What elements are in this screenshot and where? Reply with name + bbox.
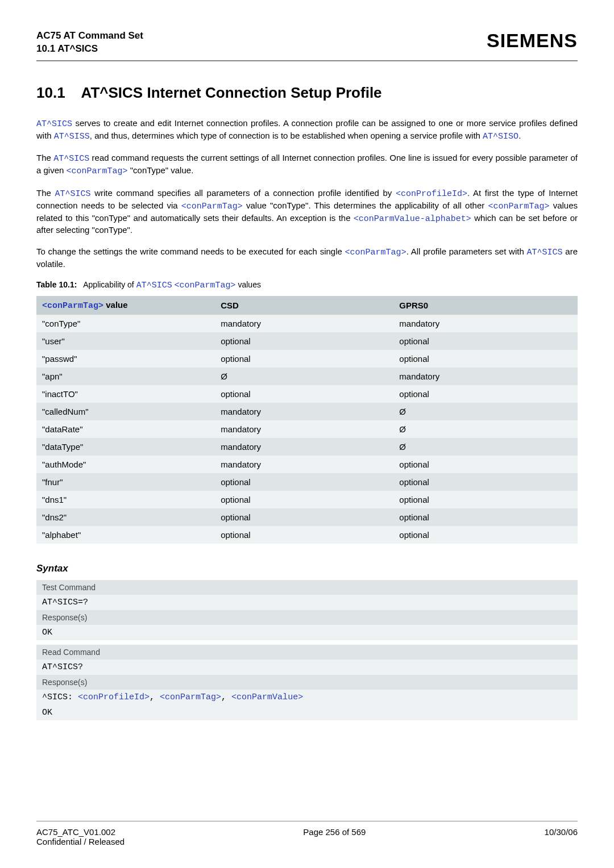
table-caption: Table 10.1: Applicability of AT^SICS <co… — [36, 280, 578, 290]
response-sics: ^SICS: <conProfileId>, <conParmTag>, <co… — [36, 690, 578, 705]
section-number: 10.1 — [36, 84, 65, 102]
col-gprs0: GPRS0 — [393, 296, 578, 315]
table-header-row: <conParmTag> value CSD GPRS0 — [36, 296, 578, 315]
table-row: "conType"mandatorymandatory — [36, 315, 578, 332]
table-row: "user"optionaloptional — [36, 332, 578, 350]
link-atsics[interactable]: AT^SICS — [136, 281, 172, 290]
link-conparmtag[interactable]: <conParmTag> — [42, 301, 103, 311]
link-conparmtag[interactable]: <conParmTag> — [488, 202, 549, 211]
link-conprofileid[interactable]: <conProfileId> — [396, 189, 467, 199]
table-row: "inactTO"optionaloptional — [36, 385, 578, 403]
response-ok: OK — [36, 705, 578, 720]
doc-title: AC75 AT Command Set — [36, 30, 143, 43]
paragraph-3: The AT^SICS write command specifies all … — [36, 187, 578, 236]
section-title: AT^SICS Internet Connection Setup Profil… — [81, 84, 382, 101]
table-caption-label: Table 10.1: — [36, 280, 77, 289]
link-conprofileid[interactable]: <conProfileId> — [78, 692, 150, 702]
doc-subtitle: 10.1 AT^SICS — [36, 43, 143, 56]
header-left: AC75 AT Command Set 10.1 AT^SICS — [36, 30, 143, 56]
table-row: "dataRate"mandatoryØ — [36, 420, 578, 438]
link-atsics[interactable]: AT^SICS — [55, 189, 90, 199]
link-conparmvalue-alphabet[interactable]: <conParmValue-alphabet> — [354, 214, 471, 224]
read-command: AT^SICS? — [36, 660, 578, 675]
test-command: AT^SICS=? — [36, 595, 578, 610]
table-row: "dns2"optionaloptional — [36, 508, 578, 526]
syntax-table: Test Command AT^SICS=? Response(s) OK Re… — [36, 580, 578, 720]
table-row: "passwd"optionaloptional — [36, 350, 578, 368]
link-atsiso[interactable]: AT^SISO — [483, 132, 518, 141]
section-heading: 10.1AT^SICS Internet Connection Setup Pr… — [36, 84, 578, 102]
table-row: "fnur"optionaloptional — [36, 473, 578, 491]
link-conparmvalue[interactable]: <conParmValue> — [231, 692, 303, 702]
table-row: "dataType"mandatoryØ — [36, 438, 578, 456]
test-command-label: Test Command — [36, 580, 578, 595]
paragraph-1: AT^SICS serves to create and edit Intern… — [36, 118, 578, 143]
paragraph-2: The AT^SICS read command requests the cu… — [36, 152, 578, 177]
applicability-table: <conParmTag> value CSD GPRS0 "conType"ma… — [36, 296, 578, 544]
link-conparmtag[interactable]: <conParmTag> — [160, 692, 221, 702]
link-atsics[interactable]: AT^SICS — [36, 119, 72, 129]
link-conparmtag[interactable]: <conParmTag> — [175, 281, 236, 290]
header-rule — [36, 60, 578, 61]
page-footer: AC75_ATC_V01.002 Confidential / Released… — [36, 821, 578, 846]
col-csd: CSD — [215, 296, 393, 315]
response-label: Response(s) — [36, 610, 578, 625]
link-atsics[interactable]: AT^SICS — [527, 248, 563, 257]
syntax-heading: Syntax — [36, 563, 578, 574]
table-row: "authMode"mandatoryoptional — [36, 456, 578, 473]
page-header: AC75 AT Command Set 10.1 AT^SICS SIEMENS — [36, 30, 578, 56]
link-atsics[interactable]: AT^SICS — [53, 154, 89, 164]
footer-center: Page 256 of 569 — [303, 827, 366, 846]
response-label: Response(s) — [36, 675, 578, 690]
paragraph-4: To change the settings the write command… — [36, 246, 578, 270]
table-row: "apn"Ømandatory — [36, 368, 578, 385]
table-row: "alphabet"optionaloptional — [36, 526, 578, 544]
table-row: "dns1"optionaloptional — [36, 491, 578, 508]
link-conparmtag[interactable]: <conParmTag> — [181, 202, 243, 211]
link-conparmtag[interactable]: <conParmTag> — [345, 248, 406, 257]
footer-right: 10/30/06 — [545, 827, 578, 846]
brand-logo: SIEMENS — [487, 30, 578, 52]
read-command-label: Read Command — [36, 645, 578, 660]
link-conparmtag[interactable]: <conParmTag> — [67, 166, 128, 176]
response-ok: OK — [36, 625, 578, 640]
table-row: "calledNum"mandatoryØ — [36, 403, 578, 420]
link-atsiss[interactable]: AT^SISS — [54, 132, 90, 141]
footer-left: AC75_ATC_V01.002 Confidential / Released — [36, 827, 125, 846]
